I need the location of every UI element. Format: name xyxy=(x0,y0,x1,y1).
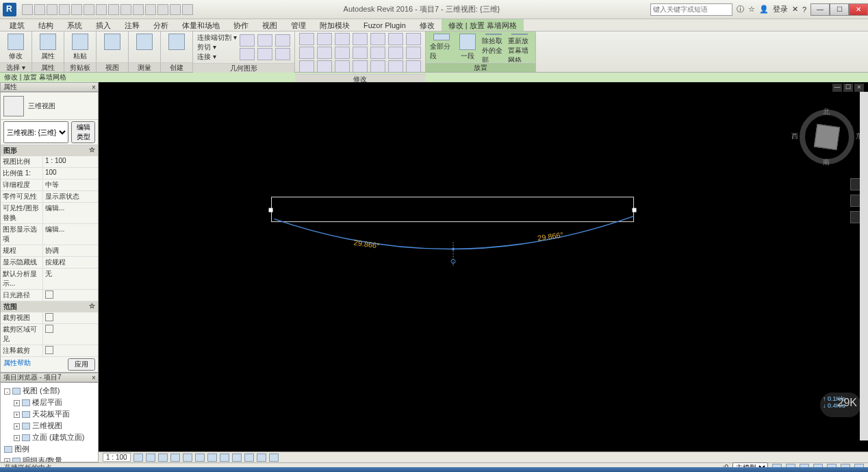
modify-tool-icon[interactable] xyxy=(299,33,314,45)
unlock-icon[interactable] xyxy=(220,454,229,462)
crop-icon[interactable] xyxy=(195,454,205,462)
modify-tool-icon[interactable] xyxy=(353,60,368,73)
tab-11[interactable]: Fuzor Plugin xyxy=(357,19,413,31)
prop-row[interactable]: 视图比例1 : 100 xyxy=(1,156,98,168)
tab-0[interactable]: 建筑 xyxy=(3,19,31,31)
prop-group-范围[interactable]: 范围☆ xyxy=(1,301,98,312)
tree-node[interactable]: 图例 xyxy=(3,443,96,455)
modify-tool-icon[interactable] xyxy=(317,33,332,45)
qat-print-icon[interactable] xyxy=(71,4,82,15)
maximize-button[interactable]: ☐ xyxy=(830,3,849,16)
qat-close-icon[interactable] xyxy=(157,4,168,15)
tab-3[interactable]: 插入 xyxy=(89,19,118,31)
prop-row[interactable]: 规程协调 xyxy=(1,245,98,257)
geom-tool-icon[interactable] xyxy=(240,48,255,60)
modify-tool-icon[interactable] xyxy=(388,33,403,45)
tab-1[interactable]: 结构 xyxy=(31,19,60,31)
app-logo[interactable] xyxy=(3,3,16,16)
sun-path-icon[interactable] xyxy=(158,454,168,462)
prop-row[interactable]: 可见性/图形替换编辑... xyxy=(1,203,98,224)
tree-toggle-icon[interactable]: + xyxy=(14,435,20,441)
qat-switch-icon[interactable] xyxy=(170,4,181,15)
tree-node[interactable]: +立面 (建筑立面) xyxy=(3,432,96,443)
tab-12[interactable]: 修改 xyxy=(413,19,442,31)
tab-13[interactable]: 修改 | 放置 幕墙网格 xyxy=(442,19,524,31)
minimize-button[interactable]: — xyxy=(810,3,830,16)
prop-row[interactable]: 零件可见性显示原状态 xyxy=(1,191,98,203)
ribbon-btn-粘贴[interactable]: 粘贴 xyxy=(68,34,92,61)
geom-tool-icon[interactable] xyxy=(257,34,272,47)
tree-toggle-icon[interactable]: + xyxy=(14,412,20,418)
canvas-scroll-vertical[interactable] xyxy=(860,92,868,440)
view-cube[interactable]: 北 南 西 东 xyxy=(800,110,854,164)
modify-tool-icon[interactable] xyxy=(335,47,350,59)
tab-7[interactable]: 协作 xyxy=(227,19,255,31)
checkbox[interactable] xyxy=(45,290,53,299)
modify-tool-icon[interactable] xyxy=(406,33,421,45)
prop-row[interactable]: 图形显示选项编辑... xyxy=(1,224,98,245)
tree-toggle-icon[interactable]: + xyxy=(4,458,10,462)
geom-连接端切割[interactable]: 连接端切割 ▾ xyxy=(197,33,237,42)
apply-button[interactable]: 应用 xyxy=(68,358,95,371)
sign-in-link[interactable]: 登录 xyxy=(773,4,788,14)
help-icon[interactable]: ? xyxy=(802,5,806,14)
close-button[interactable]: ✕ xyxy=(849,3,868,16)
type-selector-dropdown[interactable]: 三维视图: {三维} xyxy=(3,121,68,143)
prop-group-图形[interactable]: 图形☆ xyxy=(1,145,98,156)
prop-row[interactable]: 显示隐藏线按规程 xyxy=(1,257,98,269)
viewcube-north[interactable]: 北 xyxy=(823,107,830,116)
qat-3d-icon[interactable] xyxy=(120,4,131,15)
modify-tool-icon[interactable] xyxy=(406,47,421,59)
geom-剪切[interactable]: 剪切 ▾ xyxy=(197,42,237,52)
tab-10[interactable]: 附加模块 xyxy=(313,19,357,31)
project-browser[interactable]: -视图 (全部)+楼层平面+天花板平面+三维视图+立面 (建筑立面)图例+明细表… xyxy=(0,382,99,462)
qat-dim-icon[interactable] xyxy=(96,4,107,15)
geom-连接[interactable]: 连接 ▾ xyxy=(197,52,237,62)
qat-more-icon[interactable] xyxy=(182,4,193,15)
qat-open-icon[interactable] xyxy=(22,4,33,15)
prop-row[interactable]: 日光路径 xyxy=(1,290,98,301)
qat-section-icon[interactable] xyxy=(133,4,144,15)
view-scale[interactable]: 1 : 100 xyxy=(103,453,131,462)
qat-measure-icon[interactable] xyxy=(84,4,94,15)
modify-tool-icon[interactable] xyxy=(406,60,421,73)
constraint-icon[interactable] xyxy=(269,454,279,462)
ribbon-btn-除拾取外的全部[interactable]: 除拾取外的全部 xyxy=(482,34,505,61)
checkbox[interactable] xyxy=(45,346,53,354)
os-taskbar[interactable] xyxy=(0,467,868,472)
checkbox[interactable] xyxy=(45,313,53,321)
modify-tool-icon[interactable] xyxy=(299,47,314,59)
tree-node[interactable]: +天花板平面 xyxy=(3,408,96,420)
properties-header[interactable]: 属性 × xyxy=(0,82,99,92)
geom-tool-icon[interactable] xyxy=(257,48,272,60)
prop-row[interactable]: 裁剪视图 xyxy=(1,312,98,324)
tree-node[interactable]: +明细表/数量 xyxy=(3,455,96,462)
browser-close-icon[interactable]: × xyxy=(90,374,98,382)
properties-help-link[interactable]: 属性帮助 xyxy=(3,358,31,368)
geom-tool-icon[interactable] xyxy=(240,34,255,47)
viewcube-west[interactable]: 西 xyxy=(791,132,798,141)
star-icon[interactable]: ☆ xyxy=(748,5,755,14)
qat-thin-icon[interactable] xyxy=(145,4,156,15)
ribbon-btn-tool[interactable] xyxy=(133,34,156,61)
modify-tool-icon[interactable] xyxy=(370,60,385,73)
temp-hide-icon[interactable] xyxy=(232,454,242,462)
modify-tool-icon[interactable] xyxy=(370,47,385,59)
edit-type-button[interactable]: 编辑类型 xyxy=(71,121,95,143)
tree-toggle-icon[interactable]: - xyxy=(4,388,10,395)
tree-node[interactable]: -视图 (全部) xyxy=(3,385,96,397)
drawing-area[interactable]: 29.866° 29.866° 北 南 西 东 ↑ 0.1K/s ↓ 0.4K/… xyxy=(99,82,868,451)
modify-tool-icon[interactable] xyxy=(388,47,403,59)
tab-5[interactable]: 分析 xyxy=(146,19,175,31)
tab-8[interactable]: 视图 xyxy=(255,19,284,31)
modify-tool-icon[interactable] xyxy=(353,33,368,45)
qat-undo-icon[interactable] xyxy=(47,4,58,15)
ribbon-btn-属性[interactable]: 属性 xyxy=(36,34,60,61)
shadows-icon[interactable] xyxy=(170,454,180,462)
properties-close-icon[interactable]: × xyxy=(90,84,98,91)
modify-tool-icon[interactable] xyxy=(299,60,314,73)
analytic-icon[interactable] xyxy=(257,454,266,462)
prop-row[interactable]: 详细程度中等 xyxy=(1,179,98,191)
ribbon-btn-修改[interactable]: 修改 xyxy=(4,34,27,61)
geom-tool-icon[interactable] xyxy=(275,34,290,47)
